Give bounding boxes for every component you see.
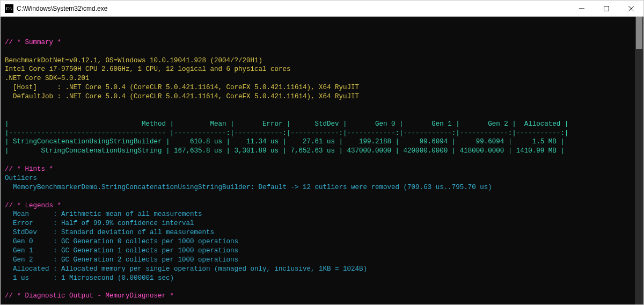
legend-us: 1 us : 1 Microsecond (0.000001 sec) [5,274,174,282]
cmd-window: C:\ C:\Windows\System32\cmd.exe // * Sum… [0,0,644,305]
env-host-label: [Host] : [5,84,65,91]
minimize-button[interactable] [569,1,594,16]
scrollbar-thumb[interactable] [636,17,642,49]
legend-gen2: Gen 2 : GC Generation 2 collects per 100… [5,256,238,264]
scrollbar[interactable] [635,17,643,304]
legend-alloc: Allocated : Allocated memory per single … [5,265,367,273]
table-row: | StringConcatenationUsingString | 167,6… [5,147,565,155]
legend-stddev: StdDev : Standard deviation of all measu… [5,229,214,236]
diag-header: // * Diagnostic Output - MemoryDiagnoser… [5,292,174,300]
env-line1: BenchmarkDotNet=v0.12.1, OS=Windows 10.0… [5,57,262,64]
svg-rect-3 [604,6,609,11]
legend-gen1: Gen 1 : GC Generation 1 collects per 100… [5,247,238,255]
table-divider: |---------------------------------------… [5,129,568,137]
cmd-icon: C:\ [5,4,13,13]
window-title: C:\Windows\System32\cmd.exe [17,5,107,12]
env-line2: Intel Core i7-9750H CPU 2.60GHz, 1 CPU, … [5,66,291,73]
outliers-label: Outliers [5,175,37,182]
table-row: | StringConcatenationUsingStringBuilder … [5,138,565,146]
table-header: | Method | Mean | Error | StdDev | Gen 0… [5,120,568,128]
legend-gen0: Gen 0 : GC Generation 0 collects per 100… [5,238,238,245]
terminal-output[interactable]: // * Summary * BenchmarkDotNet=v0.12.1, … [1,17,643,304]
env-host-val: .NET Core 5.0.4 (CoreCLR 5.0.421.11614, … [65,84,360,91]
svg-text:C:\: C:\ [6,6,12,11]
env-job-val: .NET Core 5.0.4 (CoreCLR 5.0.421.11614, … [65,93,360,100]
maximize-button[interactable] [594,1,619,16]
legend-mean: Mean : Arithmetic mean of all measuremen… [5,210,202,218]
outliers-line: MemoryBenchmarkerDemo.StringConcatenatio… [5,184,492,191]
summary-header: // * Summary * [5,39,61,46]
legends-header: // * Legends * [5,202,61,209]
env-job-label: DefaultJob : [5,93,65,100]
close-button[interactable] [619,1,643,16]
legend-error: Error : Half of 99.9% confidence interva… [5,220,194,227]
titlebar[interactable]: C:\ C:\Windows\System32\cmd.exe [1,1,643,17]
hints-header: // * Hints * [5,165,53,173]
env-line3: .NET Core SDK=5.0.201 [5,75,90,82]
window-controls [569,1,643,16]
